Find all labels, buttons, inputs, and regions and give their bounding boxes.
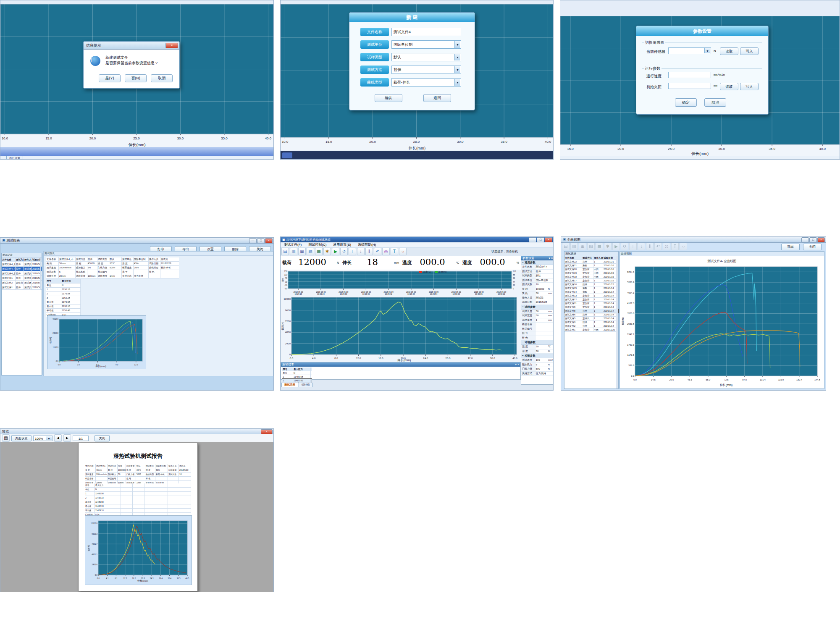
minimize-icon[interactable]: — [801, 237, 809, 242]
collapse-icon[interactable]: − [521, 340, 525, 344]
table-row[interactable]: 单位N [46, 284, 81, 288]
zoom-select[interactable]: 100%▼ [33, 436, 52, 441]
export-button[interactable]: 导出 [781, 244, 800, 250]
curve-icon[interactable]: Т [391, 248, 398, 255]
filename-input[interactable]: 测试文件4 [391, 28, 461, 36]
table-row[interactable]: 测试文件1定负荷小田2015/11/20 [564, 328, 618, 332]
ok-button[interactable]: 确定 [675, 98, 697, 107]
collapse-icon[interactable]: − [521, 354, 525, 358]
write-sensor-button[interactable]: 写入 [740, 47, 759, 55]
chevron-down-icon[interactable]: ▼ [454, 41, 460, 48]
splitter[interactable] [42, 253, 42, 375]
close-icon[interactable]: × [165, 43, 178, 48]
chevron-down-icon[interactable]: ▼ [454, 66, 460, 73]
table-row[interactable]: 最小值11432.33 [85, 504, 191, 509]
table-row[interactable]: 测试文件2拉伸12016/1/14 [564, 324, 618, 328]
table-row[interactable]: 样品名称样品编号批 号样 色 [85, 477, 191, 481]
initial-gap-input[interactable] [668, 83, 711, 89]
prop-row[interactable]: 样 色 [521, 336, 554, 341]
close-icon[interactable]: × [265, 238, 273, 243]
table-row[interactable]: 测试文件18定负荷小田2016/1/15 [564, 275, 618, 279]
prop-row[interactable]: 批 号 [521, 331, 554, 336]
table-row[interactable]: 测试文件21撕裂12016/1/16 [564, 264, 618, 268]
collapse-icon[interactable]: ▾ × [515, 362, 519, 367]
prop-row[interactable]: 试样宽度50mm [521, 314, 554, 318]
close-icon[interactable]: × [545, 237, 552, 242]
prop-row[interactable]: 测试单位国际单位制 [521, 278, 554, 283]
table-row[interactable]: 测试文件1拉伸测试员2018/5/28 [2, 276, 42, 281]
dropdown-4[interactable]: 载荷-伸长▼ [391, 78, 461, 87]
tab-1[interactable]: 统计值 [299, 383, 313, 387]
prop-row[interactable]: 测试速度100mm/min [521, 358, 554, 363]
table-row[interactable]: 测试文件4_小白拉伸测试员2018/5/28 [2, 267, 42, 271]
table-row[interactable]: 试样长度20mm试样宽度100mm试样厚度1mm夹持方式张力夹持 [46, 274, 179, 278]
close-button[interactable]: 关闭 [803, 244, 822, 250]
table-row[interactable]: 测试文件1拉伸测试员2018/5/28 [2, 285, 42, 290]
table-row[interactable]: 111485.98 [85, 492, 191, 496]
prop-row[interactable]: 测试次数10 [521, 283, 554, 287]
export-report-icon[interactable]: ▧ [307, 248, 314, 255]
table-row[interactable]: 测试文件16拉伸12016/1/15 [564, 283, 618, 286]
prop-row[interactable]: 试样长度50mm [521, 310, 554, 314]
table-row[interactable]: 测试速度100mm/min预加载力5N门槛力值500N横梁速度2N/s曲线类型载… [46, 266, 179, 270]
table-row[interactable]: 文件名称测试文件1测试方法拉伸试样类型默认测试单位国际单位制操作人员测试员 [85, 464, 191, 468]
pin-icon[interactable]: ▾ × [549, 256, 553, 260]
no-button[interactable]: 否(N) [125, 74, 147, 82]
page-input[interactable]: 1/1 [73, 436, 89, 441]
confirm-button[interactable]: 确认 [375, 94, 402, 102]
prop-section[interactable]: −试样参数 [521, 305, 554, 310]
table-row[interactable]: 测试文件2定负荷测试员2018/5/27 [2, 281, 42, 285]
table-row[interactable]: 最大值11485.98 [85, 500, 191, 504]
menu-item-3[interactable]: 系统帮助(H) [354, 242, 379, 247]
table-row[interactable]: 单位N [85, 488, 191, 492]
reset-icon[interactable]: ↺ [340, 248, 348, 255]
prop-row[interactable]: 量 程100000N [521, 287, 554, 292]
tab-0[interactable]: 测试结果 [281, 383, 298, 387]
prop-row[interactable]: 样品编号 [521, 327, 554, 332]
table-row[interactable]: 测试文件17定负荷12016/1/15 [564, 279, 618, 283]
table-row[interactable]: 测试文件15撕裂12016/1/14 [564, 286, 618, 290]
table-row[interactable]: 22176.98 [46, 292, 81, 296]
table-row[interactable]: 文件名称测试方法操作人员试验日期 [564, 256, 618, 260]
table-row[interactable]: 测试文件20定负荷小田2016/1/16 [564, 268, 618, 271]
prop-row[interactable]: 门槛力值500N [521, 367, 554, 372]
back-button[interactable]: 返回 [423, 94, 451, 102]
table-row[interactable]: 序号最大拉力 [282, 368, 312, 371]
page-setup-button[interactable]: 页面设置 [11, 435, 32, 441]
table-row[interactable]: 32162.28 [46, 296, 81, 300]
prop-section[interactable]: −环境参数 [521, 340, 554, 345]
menu-item-2[interactable]: 通用设置(S) [330, 242, 354, 247]
maximize-icon[interactable]: □ [537, 237, 544, 242]
table-row[interactable]: 12130.18 [46, 288, 81, 292]
table-row[interactable]: 测试文件14撕裂12016/1/14 [564, 290, 618, 294]
settings-icon[interactable]: ✱ [323, 248, 331, 255]
taskbar-item[interactable] [282, 152, 292, 158]
table-row[interactable]: 序号最大拉力 [46, 279, 81, 284]
table-row[interactable]: 测试文件4_灰色拉伸测试员2018/5/28 [2, 262, 42, 267]
pause-icon[interactable]: ‖ [365, 248, 373, 255]
prop-row[interactable]: 预加载力5N [521, 363, 554, 368]
next-page-icon[interactable]: ▶ [63, 434, 71, 442]
power-icon[interactable]: ○ [399, 248, 407, 255]
device-monitor-icon[interactable]: ▩ [315, 248, 323, 255]
table-row[interactable]: 夹 距40mm量 程1000000温 度30℃湿 度50%试验日期2018/6/… [85, 468, 191, 472]
table-row[interactable]: 测试文件5定伸长12016/1/14 [564, 317, 618, 320]
open-file-icon[interactable]: ▥ [290, 248, 297, 255]
table-row[interactable]: 测试文件13定负荷12016/1/14 [564, 294, 618, 298]
minimize-icon[interactable]: — [529, 237, 536, 242]
table-row[interactable]: 测试次数5样品名称样品编号批 号样 色 [46, 270, 179, 274]
prop-row[interactable]: 测试方法拉伸 [521, 270, 554, 274]
prop-row[interactable]: 夹持方式张力夹持 [521, 372, 554, 376]
menu-item-1[interactable]: 测试控制(C) [305, 242, 330, 247]
prev-page-icon[interactable]: ◀ [54, 434, 62, 442]
table-row[interactable]: 文件名称测试方法操作人员试验日期 [2, 257, 42, 262]
maximize-icon[interactable]: □ [809, 237, 817, 242]
cancel-button[interactable]: 取消 [704, 98, 726, 107]
prop-row[interactable]: 夹 距50mm [521, 291, 554, 296]
table-row[interactable]: 最小值2130.18 [46, 304, 81, 309]
table-row[interactable]: 夹 距50mm量 程4500N温 度30℃湿 度45%试验日期2018/5/28 [46, 262, 179, 266]
dropdown-1[interactable]: 国际单位制▼ [391, 40, 461, 49]
prop-row[interactable]: 试样厚度1mm [521, 318, 554, 323]
print-icon[interactable]: ▤ [2, 434, 10, 442]
table-row[interactable]: 测试文件9定负荷12016/1/14 [564, 305, 618, 309]
